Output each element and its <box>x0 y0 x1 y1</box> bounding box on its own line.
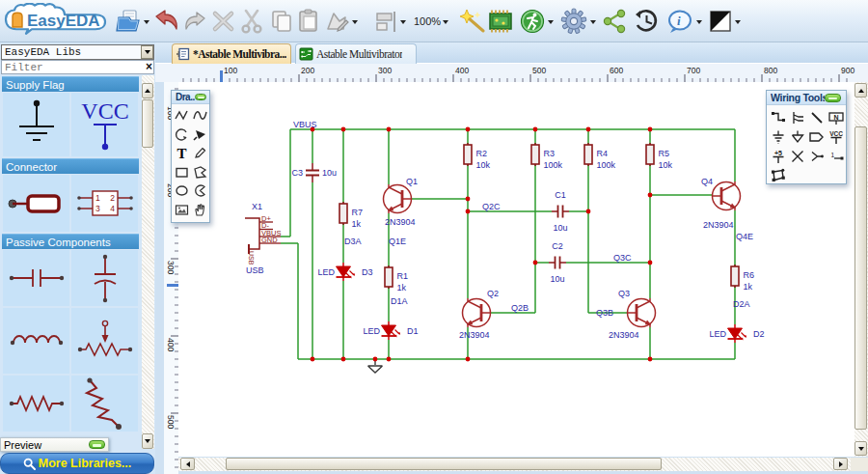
wiring-tools-titlebar[interactable]: Wiring Tools <box>767 91 846 105</box>
tool-polygon[interactable] <box>191 163 209 182</box>
component-value[interactable]: 10k <box>476 160 491 170</box>
section-header-supply-flag[interactable]: Supply Flag <box>2 76 139 92</box>
component-ref[interactable]: X1 <box>252 202 262 211</box>
resistor-R6[interactable]: R61k <box>731 265 754 292</box>
component-value[interactable]: 10u <box>322 168 337 178</box>
component-ref[interactable]: Q3 <box>618 289 630 298</box>
component-value[interactable]: 2N3904 <box>385 217 416 227</box>
component-ref[interactable]: Q1 <box>406 177 418 186</box>
component-ref[interactable]: D1 <box>407 326 419 336</box>
net-label-Q3C[interactable]: Q3C <box>613 253 632 263</box>
component-ref[interactable]: C1 <box>555 190 566 200</box>
component-ref[interactable]: D2 <box>753 329 765 339</box>
component-ref[interactable]: R1 <box>397 271 409 281</box>
ruler-number[interactable]: 800 <box>764 66 777 75</box>
component-ref[interactable]: D3 <box>362 267 373 277</box>
ruler-number[interactable]: 900 <box>841 66 854 75</box>
led-label[interactable]: LED <box>363 326 380 336</box>
led-D3[interactable]: LEDD3 <box>317 263 372 281</box>
scroll-left-button[interactable] <box>180 458 195 470</box>
lib-item-resistor[interactable] <box>3 376 69 432</box>
ruler-number[interactable]: 700 <box>687 66 700 75</box>
net-label-VBUS[interactable]: VBUS <box>293 120 317 129</box>
tool-arrow[interactable] <box>191 125 209 145</box>
connector-type-text[interactable]: USB <box>248 251 255 265</box>
tool-pin[interactable]: 1 <box>827 147 846 166</box>
component-value[interactable]: 10u <box>550 274 564 284</box>
tool-net-label[interactable]: N <box>827 108 846 127</box>
led-label[interactable]: LED <box>317 267 335 277</box>
lib-item-plug[interactable] <box>3 175 69 232</box>
component-ref[interactable]: R2 <box>476 149 488 158</box>
component-value[interactable]: 10k <box>659 160 673 170</box>
tool-ground-chassis[interactable] <box>788 127 807 147</box>
theme-button[interactable] <box>708 5 733 38</box>
horizontal-scroll-thumb[interactable] <box>226 458 662 470</box>
component-value[interactable]: 1k <box>352 219 362 229</box>
vertical-scroll-thumb[interactable] <box>854 126 867 430</box>
horizontal-scrollbar[interactable] <box>178 458 851 471</box>
net-label-Q4E[interactable]: Q4E <box>736 232 753 241</box>
tool-net-port[interactable] <box>807 127 827 147</box>
component-ref[interactable]: R6 <box>744 270 755 280</box>
ruler-number[interactable]: 500 <box>532 66 546 75</box>
tool-polyline[interactable] <box>173 106 191 125</box>
tool-pencil[interactable] <box>191 144 209 163</box>
resistor-R1[interactable]: R11k <box>385 265 408 293</box>
tool-spline[interactable] <box>191 106 209 125</box>
capacitor-C2[interactable]: C210u <box>549 241 566 284</box>
delete-button[interactable] <box>210 5 236 38</box>
library-select[interactable]: EasyEDA Libs <box>1 44 154 60</box>
section-header-passive[interactable]: Passive Components <box>2 234 139 249</box>
component-value[interactable]: 1k <box>397 283 407 293</box>
net-label-D3A[interactable]: D3A <box>344 237 362 246</box>
resistor-R2[interactable]: R210k <box>464 143 491 170</box>
filter-clear-button[interactable]: × <box>146 62 155 72</box>
scroll-right-button[interactable] <box>833 458 848 470</box>
tool-rectangle[interactable] <box>173 163 191 182</box>
ruler-number[interactable]: 500 <box>166 415 176 429</box>
resistor-R7[interactable]: R71k <box>339 202 363 229</box>
align-dropdown[interactable] <box>400 20 406 24</box>
wiring-tools-minimize-button[interactable] <box>825 94 841 102</box>
run-dropdown[interactable] <box>548 20 554 24</box>
component-ref[interactable]: C3 <box>291 168 303 178</box>
net-label-Q3B[interactable]: Q3B <box>596 308 613 318</box>
led-D1[interactable]: LEDD1 <box>363 321 418 340</box>
scroll-up-button[interactable] <box>854 83 867 98</box>
scroll-up-button[interactable] <box>142 83 153 98</box>
preview-panel-titlebar[interactable]: Preview <box>0 437 109 452</box>
transistor-Q2[interactable]: Q22N3904 <box>459 289 499 340</box>
lib-item-vcc[interactable]: VCC <box>71 93 138 156</box>
preview-minimize-button[interactable] <box>89 440 105 449</box>
tool-ellipse[interactable] <box>173 181 191 201</box>
connector-pin-name[interactable]: GND <box>261 236 278 244</box>
component-value[interactable]: 2N3904 <box>459 330 490 340</box>
theme-dropdown[interactable] <box>735 20 741 24</box>
settings-button[interactable] <box>559 5 588 38</box>
ruler-number[interactable]: 400 <box>166 338 176 351</box>
library-select-button[interactable] <box>141 45 153 59</box>
redo-button[interactable] <box>182 5 208 38</box>
zoom-level[interactable]: 100% <box>414 15 441 27</box>
filter-input[interactable] <box>2 62 146 73</box>
component-value[interactable]: 2N3904 <box>703 220 734 230</box>
tool-wire[interactable] <box>769 108 788 127</box>
tool-no-connect[interactable] <box>788 147 807 166</box>
lib-item-resistor-diagonal[interactable] <box>71 376 138 432</box>
net-label-Q2C[interactable]: Q2C <box>482 202 501 211</box>
capacitor-C3[interactable]: C310u <box>291 163 337 182</box>
component-ref[interactable]: R3 <box>544 149 556 158</box>
tool-drag[interactable] <box>191 201 209 220</box>
copy-button[interactable] <box>268 5 294 38</box>
connector-X1[interactable]: D+D-VBUSGNDUSBX1USB <box>245 202 281 275</box>
component-value[interactable]: 1k <box>744 282 753 292</box>
info-button[interactable]: i <box>665 5 694 38</box>
component-value[interactable]: 2N3904 <box>609 330 639 340</box>
scroll-down-button[interactable] <box>854 441 867 456</box>
run-button[interactable] <box>519 5 546 38</box>
component-ref[interactable]: R4 <box>597 149 609 158</box>
ruler-number[interactable]: 400 <box>455 66 469 75</box>
document-button[interactable] <box>116 5 142 38</box>
document-dropdown[interactable] <box>144 20 149 24</box>
